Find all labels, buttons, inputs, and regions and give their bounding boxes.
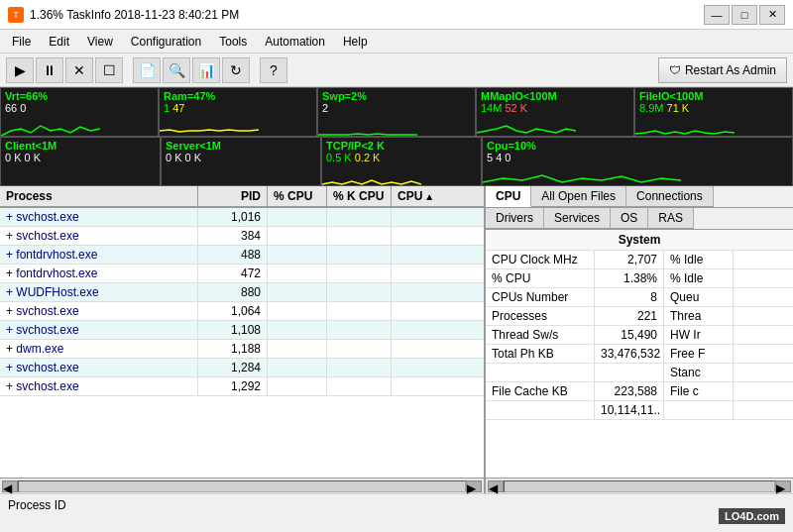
stat-client-title: Client<1M [5, 140, 156, 152]
stop-button[interactable]: ✕ [65, 57, 93, 83]
col-header-pid: PID [198, 186, 268, 206]
stat-client: Client<1M 0 K 0 K [0, 137, 161, 186]
shield-icon: 🛡 [669, 63, 681, 77]
cpu-data-row: Thread Sw/s 15,490 HW Ir [486, 326, 793, 345]
restart-admin-label: Restart As Admin [685, 63, 776, 77]
tab-cpu[interactable]: CPU [486, 186, 531, 207]
stats-row1: Vrt=66% 66 0 Ram=47% 1 47 Swp=2% 2 MMapI… [0, 87, 793, 137]
menu-configuration[interactable]: Configuration [123, 33, 209, 51]
stat-server-title: Server<1M [166, 140, 316, 152]
stat-server-value: 0 K 0 K [166, 152, 316, 163]
tab-services[interactable]: Services [544, 208, 611, 229]
app-icon: T [8, 7, 24, 23]
tab-drivers[interactable]: Drivers [486, 208, 544, 229]
horizontal-scrollbar[interactable]: ◀ ▶ [0, 478, 484, 493]
cpu-scroll-left-btn[interactable]: ◀ [488, 480, 504, 492]
table-row[interactable]: + WUDFHost.exe 880 [0, 283, 484, 302]
cpu-scroll-right-btn[interactable]: ▶ [775, 480, 791, 492]
cpu-data-row: 10,114,11.. [486, 401, 793, 420]
cpu-data-row: % CPU 1.38% % Idle [486, 269, 793, 288]
cpu-section-title: System [486, 230, 793, 251]
cpu-tabs-row1: CPU All Open Files Connections [486, 186, 793, 208]
cpu-tabs-row2: Drivers Services OS RAS [486, 208, 793, 230]
titlebar-controls: — □ ✕ [704, 5, 785, 25]
col-header-cpu: % CPU [268, 186, 327, 206]
table-row[interactable]: + svchost.exe 1,284 [0, 359, 484, 377]
table-row[interactable]: + svchost.exe 384 [0, 227, 484, 246]
cpu-horizontal-scrollbar[interactable]: ◀ ▶ [486, 478, 793, 493]
play-button[interactable]: ▶ [6, 57, 34, 83]
process-scroll[interactable]: + svchost.exe 1,016 + svchost.exe 384 + … [0, 208, 484, 478]
file-button[interactable]: 📄 [133, 57, 161, 83]
window-title: 1.36% TaskInfo 2018-11-23 8:40:21 PM [30, 8, 239, 22]
stat-swp: Swp=2% 2 [317, 87, 476, 137]
stat-mmapIO-title: MMapIO<100M [481, 90, 629, 102]
watermark: LO4D.com [719, 508, 785, 524]
stat-mmapIO: MMapIO<100M 14M 52 K [476, 87, 634, 137]
pause-button[interactable]: ⏸ [36, 57, 63, 83]
table-row[interactable]: + svchost.exe 1,292 [0, 377, 484, 396]
table-row[interactable]: + dwm.exe 1,188 [0, 340, 484, 359]
stat-vrt: Vrt=66% 66 0 [0, 87, 159, 137]
main-area: Process PID % CPU % K CPU CPU ▲ + svchos… [0, 186, 793, 493]
stat-cpu-title: Cpu=10% [487, 140, 788, 152]
scroll-track[interactable] [18, 480, 466, 492]
stat-fileIO-title: FileIO<100M [639, 90, 788, 102]
tab-os[interactable]: OS [611, 208, 648, 229]
stop2-button[interactable]: ☐ [95, 57, 123, 83]
minimize-button[interactable]: — [704, 5, 730, 25]
sort-icon: ▲ [424, 191, 434, 202]
menu-help[interactable]: Help [335, 33, 376, 51]
cpu-scroll-track[interactable] [504, 480, 775, 492]
cpu-data-row: CPUs Number 8 Queu [486, 288, 793, 307]
stat-ram-title: Ram=47% [164, 90, 312, 102]
stat-swp-title: Swp=2% [322, 90, 471, 102]
stat-vrt-title: Vrt=66% [5, 90, 154, 102]
titlebar-left: T 1.36% TaskInfo 2018-11-23 8:40:21 PM [8, 7, 239, 23]
menu-tools[interactable]: Tools [211, 33, 255, 51]
close-button[interactable]: ✕ [759, 5, 785, 25]
tab-all-open-files[interactable]: All Open Files [531, 186, 626, 207]
cpu-panel: CPU All Open Files Connections Drivers S… [486, 186, 793, 493]
cpu-data-row: File Cache KB 223,588 File c [486, 382, 793, 401]
scroll-right-btn[interactable]: ▶ [466, 480, 482, 492]
stats-row2: Client<1M 0 K 0 K Server<1M 0 K 0 K TCP/… [0, 137, 793, 186]
stat-tcpip: TCP/IP<2 K 0.5 K 0.2 K [321, 137, 482, 186]
table-row[interactable]: + svchost.exe 1,016 [0, 208, 484, 227]
help-button[interactable]: ? [260, 57, 287, 83]
cpu-data-table[interactable]: CPU Clock MHz 2,707 % Idle % CPU 1.38% %… [486, 251, 793, 478]
cpu-data-row: Total Ph KB 33,476,532 Free F [486, 345, 793, 364]
menubar: File Edit View Configuration Tools Autom… [0, 30, 793, 53]
cpu-data-row: Stanc [486, 364, 793, 382]
table-row[interactable]: + fontdrvhost.exe 488 [0, 246, 484, 265]
table-row[interactable]: + svchost.exe 1,108 [0, 321, 484, 340]
col-header-kcpu: % K CPU [327, 186, 392, 206]
table-row[interactable]: + svchost.exe 1,064 [0, 302, 484, 321]
menu-edit[interactable]: Edit [41, 33, 77, 51]
chart-button[interactable]: 📊 [192, 57, 220, 83]
process-table-header: Process PID % CPU % K CPU CPU ▲ [0, 186, 484, 208]
cpu-data-row: Processes 221 Threa [486, 307, 793, 326]
stat-ram: Ram=47% 1 47 [159, 87, 317, 137]
col-header-cpu2: CPU ▲ [392, 186, 441, 206]
table-row[interactable]: + fontdrvhost.exe 472 [0, 265, 484, 283]
stat-fileIO: FileIO<100M 8.9M 71 K [634, 87, 793, 137]
tab-ras[interactable]: RAS [648, 208, 694, 229]
titlebar: T 1.36% TaskInfo 2018-11-23 8:40:21 PM —… [0, 0, 793, 30]
menu-file[interactable]: File [4, 33, 39, 51]
stat-cpu: Cpu=10% 5 4 0 [482, 137, 793, 186]
stat-server: Server<1M 0 K 0 K [161, 137, 321, 186]
menu-automation[interactable]: Automation [257, 33, 333, 51]
cpu-data-row: CPU Clock MHz 2,707 % Idle [486, 251, 793, 269]
search-button[interactable]: 🔍 [163, 57, 190, 83]
menu-view[interactable]: View [79, 33, 121, 51]
restart-admin-button[interactable]: 🛡 Restart As Admin [658, 57, 787, 83]
scroll-left-btn[interactable]: ◀ [2, 480, 18, 492]
stat-tcpip-title: TCP/IP<2 K [326, 140, 477, 152]
process-panel: Process PID % CPU % K CPU CPU ▲ + svchos… [0, 186, 486, 493]
maximize-button[interactable]: □ [732, 5, 757, 25]
status-text: Process ID [8, 498, 66, 512]
refresh-button[interactable]: ↻ [222, 57, 250, 83]
stat-client-value: 0 K 0 K [5, 152, 156, 163]
tab-connections[interactable]: Connections [626, 186, 714, 207]
